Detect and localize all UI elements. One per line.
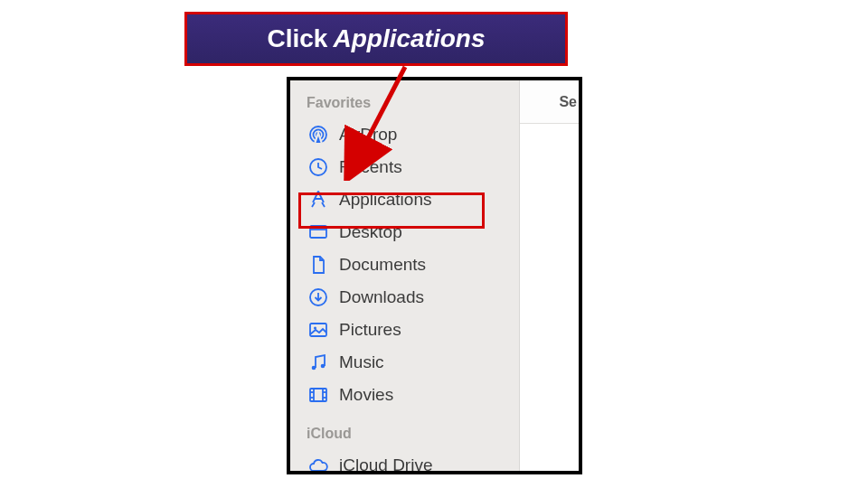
sidebar-item-recents[interactable]: Recents <box>290 151 519 183</box>
movies-icon <box>307 383 330 407</box>
sidebar-item-desktop[interactable]: Desktop <box>290 216 519 249</box>
sidebar-item-downloads[interactable]: Downloads <box>290 281 519 314</box>
pictures-icon <box>307 318 330 342</box>
search-button-fragment[interactable]: Se <box>559 94 577 110</box>
airdrop-icon <box>307 123 330 146</box>
callout-prefix: Click <box>268 24 328 53</box>
svg-point-10 <box>314 327 316 330</box>
sidebar-item-label: AirDrop <box>339 125 397 145</box>
sidebar-section-header-favorites: Favorites <box>290 91 519 118</box>
svg-point-11 <box>312 366 316 371</box>
sidebar-item-airdrop[interactable]: AirDrop <box>290 118 519 151</box>
icloud-icon <box>307 454 330 474</box>
sidebar-item-movies[interactable]: Movies <box>290 379 519 411</box>
sidebar-item-music[interactable]: Music <box>290 346 519 379</box>
sidebar-item-icloud-drive[interactable]: iCloud Drive <box>290 449 519 474</box>
recents-icon <box>307 155 330 179</box>
svg-point-5 <box>317 191 320 193</box>
sidebar-item-label: Desktop <box>339 222 402 242</box>
finder-window: Favorites AirDrop Recents <box>287 77 582 474</box>
finder-sidebar: Favorites AirDrop Recents <box>290 80 520 471</box>
music-icon <box>307 351 330 374</box>
sidebar-item-label: Documents <box>339 255 426 275</box>
svg-rect-6 <box>310 226 326 238</box>
instruction-callout: Click Applications <box>184 12 568 66</box>
sidebar-section-header-icloud: iCloud <box>290 422 519 449</box>
sidebar-item-applications[interactable]: Applications <box>290 183 519 216</box>
sidebar-item-pictures[interactable]: Pictures <box>290 314 519 346</box>
sidebar-item-label: iCloud Drive <box>339 455 432 474</box>
sidebar-item-label: Pictures <box>339 320 401 340</box>
sidebar-item-documents[interactable]: Documents <box>290 249 519 281</box>
sidebar-item-label: Music <box>339 352 384 372</box>
sidebar-item-label: Applications <box>339 190 431 210</box>
svg-rect-13 <box>310 389 326 401</box>
svg-point-12 <box>321 364 326 369</box>
callout-target: Applications <box>333 24 485 53</box>
documents-icon <box>307 253 330 277</box>
sidebar-item-label: Recents <box>339 157 402 177</box>
desktop-icon <box>307 221 330 244</box>
applications-icon <box>307 188 330 211</box>
sidebar-item-label: Downloads <box>339 287 424 307</box>
downloads-icon <box>307 286 330 309</box>
sidebar-item-label: Movies <box>339 385 393 405</box>
finder-toolbar: Se <box>520 80 579 124</box>
